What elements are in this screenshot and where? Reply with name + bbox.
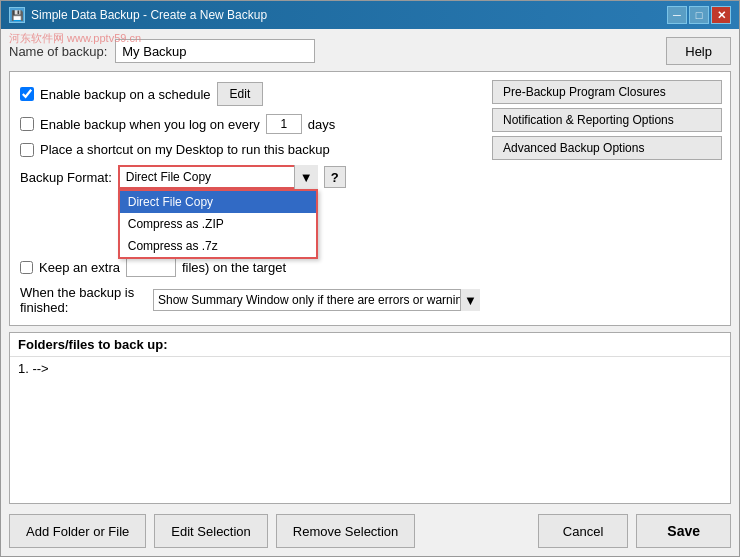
dropdown-item-direct[interactable]: Direct File Copy (120, 191, 316, 213)
minimize-button[interactable]: ─ (667, 6, 687, 24)
window-title: Simple Data Backup - Create a New Backup (31, 8, 267, 22)
enable-logon-checkbox[interactable] (20, 117, 34, 131)
folders-list: 1. --> (10, 357, 730, 503)
folders-section: Folders/files to back up: 1. --> (9, 332, 731, 504)
add-folder-button[interactable]: Add Folder or File (9, 514, 146, 548)
close-button[interactable]: ✕ (711, 6, 731, 24)
title-bar-left: 💾 Simple Data Backup - Create a New Back… (9, 7, 267, 23)
shortcut-label: Place a shortcut on my Desktop to run th… (40, 142, 330, 157)
finished-select-wrap: Show Summary Window only if there are er… (153, 289, 480, 311)
cancel-button[interactable]: Cancel (538, 514, 628, 548)
keep-extra-label-after: files) on the target (182, 260, 286, 275)
when-finished-row: When the backup is finished: Show Summar… (20, 285, 480, 315)
dropdown-item-zip[interactable]: Compress as .ZIP (120, 213, 316, 235)
format-help-button[interactable]: ? (324, 166, 346, 188)
notification-button[interactable]: Notification & Reporting Options (492, 108, 722, 132)
options-buttons: Pre-Backup Program Closures Notification… (492, 80, 722, 160)
pre-backup-button[interactable]: Pre-Backup Program Closures (492, 80, 722, 104)
enable-logon-row: Enable backup when you log on every days (20, 114, 480, 134)
format-dropdown: Direct File Copy Compress as .ZIP Compre… (118, 189, 318, 259)
keep-extra-label-before: Keep an extra (39, 260, 120, 275)
main-window: 💾 Simple Data Backup - Create a New Back… (0, 0, 740, 557)
edit-selection-button[interactable]: Edit Selection (154, 514, 268, 548)
name-label: Name of backup: (9, 44, 107, 59)
folders-header: Folders/files to back up: (10, 333, 730, 357)
app-icon: 💾 (9, 7, 25, 23)
format-label: Backup Format: (20, 170, 112, 185)
keep-extra-input[interactable] (126, 257, 176, 277)
shortcut-row: Place a shortcut on my Desktop to run th… (20, 142, 480, 157)
edit-schedule-button[interactable]: Edit (217, 82, 264, 106)
remove-selection-button[interactable]: Remove Selection (276, 514, 416, 548)
format-select-wrapper: Direct File Copy Compress as .ZIP Compre… (118, 165, 318, 189)
title-controls: ─ □ ✕ (667, 6, 731, 24)
keep-extra-row: Keep an extra files) on the target (20, 257, 480, 277)
help-button[interactable]: Help (666, 37, 731, 65)
list-item: 1. --> (18, 361, 722, 376)
enable-schedule-checkbox[interactable] (20, 87, 34, 101)
content-area: Name of backup: Help Pre-Backup Program … (1, 29, 739, 556)
bottom-buttons: Add Folder or File Edit Selection Remove… (9, 510, 731, 548)
dropdown-item-7z[interactable]: Compress as .7z (120, 235, 316, 257)
enable-schedule-label: Enable backup on a schedule (40, 87, 211, 102)
maximize-button[interactable]: □ (689, 6, 709, 24)
days-input[interactable] (266, 114, 302, 134)
backup-format-row: Backup Format: Direct File Copy Compress… (20, 165, 480, 189)
advanced-button[interactable]: Advanced Backup Options (492, 136, 722, 160)
enable-schedule-row: Enable backup on a schedule Edit (20, 82, 480, 106)
main-panel: Pre-Backup Program Closures Notification… (9, 71, 731, 326)
name-row: Name of backup: Help (9, 37, 731, 65)
title-bar: 💾 Simple Data Backup - Create a New Back… (1, 1, 739, 29)
enable-logon-label: Enable backup when you log on every (40, 117, 260, 132)
shortcut-checkbox[interactable] (20, 143, 34, 157)
format-select[interactable]: Direct File Copy Compress as .ZIP Compre… (118, 165, 318, 189)
name-input[interactable] (115, 39, 315, 63)
save-button[interactable]: Save (636, 514, 731, 548)
keep-extra-checkbox[interactable] (20, 261, 33, 274)
when-finished-label: When the backup is finished: (20, 285, 147, 315)
days-label: days (308, 117, 335, 132)
finished-select[interactable]: Show Summary Window only if there are er… (153, 289, 480, 311)
